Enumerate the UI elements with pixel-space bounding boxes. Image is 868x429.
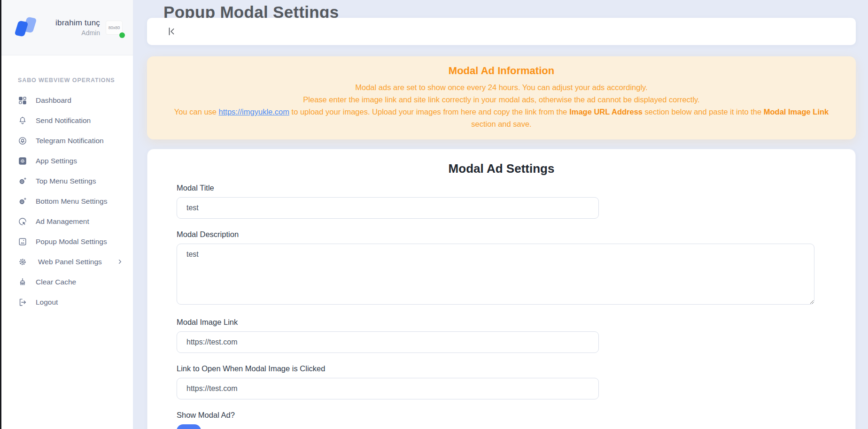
sidebar-item-label: Send Notification	[36, 116, 91, 125]
sidebar-item-clear-cache[interactable]: Clear Cache	[1, 272, 133, 292]
sidebar-item-web-panel-settings[interactable]: Web Panel Settings	[1, 252, 133, 272]
user-panel: ibrahim tunç Admin 80x80	[1, 0, 133, 55]
sidebar-item-bottom-menu-settings[interactable]: Bottom Menu Settings	[1, 191, 133, 211]
logo-shape-dark	[14, 20, 28, 37]
alert-line-2: Please enter the image link and site lin…	[173, 93, 829, 106]
sidebar-item-label: Ad Management	[36, 217, 89, 226]
alert-text: section and save.	[471, 120, 531, 128]
logout-icon	[18, 298, 27, 307]
avatar: 80x80	[106, 21, 123, 35]
sidebar-item-app-settings[interactable]: App Settings	[1, 151, 133, 171]
modal-ad-settings-card: Modal Ad Settings Modal Title Modal Desc…	[147, 149, 856, 429]
user-meta: ibrahim tunç Admin	[55, 18, 100, 37]
chevron-right-icon	[116, 258, 124, 265]
alert-text: section below and paste it into the	[643, 107, 764, 116]
sidebar-item-label: App Settings	[36, 157, 77, 165]
online-status-dot	[119, 32, 125, 38]
alert-text: to upload your images. Upload your image…	[289, 107, 569, 116]
sidebar-item-popup-modal-settings[interactable]: Popup Modal Settings	[1, 231, 133, 252]
sidebar: ibrahim tunç Admin 80x80 SABO WEBVIEW OP…	[1, 0, 133, 429]
alert-line-1: Modal ads are set to show once every 24 …	[173, 81, 829, 93]
sidebar-item-label: Bottom Menu Settings	[36, 197, 108, 206]
main-content: Popup Modal Settings Modal Ad Informatio…	[133, 0, 868, 429]
sidebar-item-label: Top Menu Settings	[36, 177, 96, 185]
modal-image-link-label: Modal Image Link	[177, 318, 826, 327]
sidebar-item-label: Popup Modal Settings	[36, 237, 107, 246]
sidebar-nav: SABO WEBVIEW OPERATIONS Dashboard Send N…	[1, 55, 133, 312]
app-settings-icon	[18, 156, 27, 166]
sidebar-item-dashboard[interactable]: Dashboard	[1, 90, 133, 110]
avatar-placeholder-text: 80x80	[108, 25, 120, 30]
modal-image-icon	[18, 237, 27, 246]
broom-icon	[18, 277, 27, 287]
bell-icon	[18, 116, 27, 125]
imgyukle-link[interactable]: https://imgyukle.com	[219, 107, 289, 116]
sidebar-item-label: Dashboard	[36, 96, 71, 105]
telegram-bell-icon	[18, 136, 27, 146]
sidebar-item-ad-management[interactable]: Ad Management	[1, 211, 133, 231]
sidebar-item-top-menu-settings[interactable]: Top Menu Settings	[1, 171, 133, 191]
modal-title-label: Modal Title	[177, 184, 826, 192]
sidebar-item-label: Web Panel Settings	[38, 258, 102, 266]
ad-click-icon	[18, 217, 27, 226]
show-modal-ad-label: Show Modal Ad?	[177, 411, 826, 420]
user-name: ibrahim tunç	[55, 18, 100, 28]
gear-sparkle-icon	[18, 197, 27, 206]
user-role: Admin	[55, 29, 100, 37]
click-link-input[interactable]	[177, 378, 599, 399]
sidebar-item-label: Logout	[36, 298, 58, 306]
click-link-label: Link to Open When Modal Image is Clicked	[177, 364, 826, 373]
sidebar-item-logout[interactable]: Logout	[1, 292, 133, 312]
show-modal-ad-toggle[interactable]	[177, 424, 201, 429]
dashboard-icon	[18, 96, 27, 105]
modal-title-input[interactable]	[177, 197, 599, 219]
collapse-sidebar-button[interactable]	[167, 26, 177, 37]
alert-text: You can use	[174, 107, 219, 116]
modal-description-label: Modal Description	[177, 230, 826, 239]
sidebar-item-send-notification[interactable]: Send Notification	[1, 110, 133, 130]
brand-logo	[14, 15, 39, 40]
modal-ad-information-alert: Modal Ad Information Modal ads are set t…	[147, 56, 856, 139]
sidebar-item-label: Telegram Notification	[36, 137, 104, 145]
gear-icon	[18, 257, 27, 267]
alert-bold-image-url-address: Image URL Address	[569, 107, 643, 116]
sidebar-item-label: Clear Cache	[36, 278, 76, 286]
sidebar-item-telegram-notification[interactable]: Telegram Notification	[1, 130, 133, 151]
gear-sparkle-icon	[18, 176, 27, 186]
card-title: Modal Ad Settings	[177, 161, 826, 176]
modal-description-textarea[interactable]: test	[177, 244, 814, 305]
nav-section-title: SABO WEBVIEW OPERATIONS	[1, 77, 133, 84]
alert-line-3: You can use https://imgyukle.com to uplo…	[173, 106, 829, 130]
top-toolbar	[147, 18, 856, 45]
modal-image-link-input[interactable]	[177, 331, 599, 353]
alert-title: Modal Ad Information	[173, 65, 829, 77]
collapse-sidebar-icon	[167, 26, 177, 37]
alert-bold-modal-image-link: Modal Image Link	[764, 107, 829, 116]
